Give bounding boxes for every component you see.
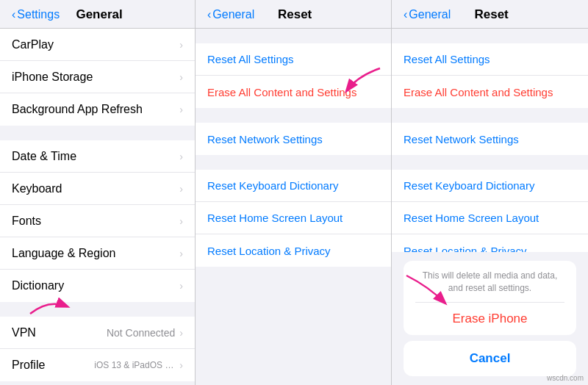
right-header: ‹ General Reset bbox=[392, 0, 588, 29]
left-item-datetime[interactable]: Date & Time › bbox=[0, 140, 195, 173]
mid-title: Reset bbox=[254, 7, 335, 22]
left-item-carplay[interactable]: CarPlay › bbox=[0, 29, 195, 61]
mid-chevron-icon: ‹ bbox=[207, 8, 211, 21]
mid-header: ‹ General Reset bbox=[196, 0, 391, 29]
mid-erase-all[interactable]: Erase All Content and Settings bbox=[196, 76, 391, 108]
spacer bbox=[0, 302, 195, 317]
spacer bbox=[392, 108, 588, 123]
left-item-bg-refresh[interactable]: Background App Refresh › bbox=[0, 93, 195, 126]
mid-reset-keyboard[interactable]: Reset Keyboard Dictionary bbox=[196, 170, 391, 202]
spacer bbox=[0, 126, 195, 140]
chevron-icon: › bbox=[179, 327, 183, 339]
mid-panel: ‹ General Reset Reset All Settings Erase… bbox=[196, 0, 392, 385]
left-back-label[interactable]: Settings bbox=[17, 8, 60, 21]
erase-iphone-button[interactable]: Erase iPhone bbox=[415, 302, 564, 335]
confirm-dialog: This will delete all media and data, and… bbox=[392, 252, 588, 385]
left-item-keyboard[interactable]: Keyboard › bbox=[0, 173, 195, 205]
right-back-button[interactable]: ‹ General bbox=[404, 8, 451, 21]
chevron-icon: › bbox=[179, 248, 183, 259]
left-panel: ‹ Settings General CarPlay › iPhone Stor… bbox=[0, 0, 196, 385]
right-reset-keyboard[interactable]: Reset Keyboard Dictionary bbox=[392, 170, 588, 202]
chevron-icon: › bbox=[179, 39, 183, 51]
spacer bbox=[0, 381, 195, 385]
mid-back-button[interactable]: ‹ General bbox=[207, 8, 254, 21]
chevron-icon: › bbox=[179, 151, 183, 162]
left-chevron-icon: ‹ bbox=[12, 8, 15, 21]
spacer bbox=[196, 29, 391, 43]
mid-reset-home[interactable]: Reset Home Screen Layout bbox=[196, 202, 391, 234]
mid-reset-location[interactable]: Reset Location & Privacy bbox=[196, 234, 391, 267]
chevron-icon: › bbox=[179, 183, 183, 195]
mid-reset-all-settings[interactable]: Reset All Settings bbox=[196, 43, 391, 76]
left-item-language[interactable]: Language & Region › bbox=[0, 237, 195, 270]
right-reset-all-settings[interactable]: Reset All Settings bbox=[392, 43, 588, 76]
watermark: wscdn.com bbox=[547, 374, 584, 382]
left-group-3: VPN Not Connected › Profile iOS 13 & iPa… bbox=[0, 317, 195, 381]
cancel-button[interactable]: Cancel bbox=[404, 341, 576, 376]
left-item-dictionary[interactable]: Dictionary › bbox=[0, 270, 195, 302]
mid-group-1: Reset All Settings Erase All Content and… bbox=[196, 43, 391, 108]
mid-group-2: Reset Network Settings bbox=[196, 123, 391, 155]
right-chevron-icon: ‹ bbox=[404, 8, 407, 21]
spacer bbox=[392, 155, 588, 170]
left-group-1: CarPlay › iPhone Storage › Background Ap… bbox=[0, 29, 195, 126]
spacer bbox=[196, 155, 391, 170]
left-item-profile[interactable]: Profile iOS 13 & iPadOS 13 Beta Software… bbox=[0, 349, 195, 381]
right-reset-home[interactable]: Reset Home Screen Layout bbox=[392, 202, 588, 234]
left-item-iphone-storage[interactable]: iPhone Storage › bbox=[0, 61, 195, 93]
left-back-button[interactable]: ‹ Settings bbox=[12, 8, 60, 21]
left-group-2: Date & Time › Keyboard › Fonts › Languag… bbox=[0, 140, 195, 302]
left-item-fonts[interactable]: Fonts › bbox=[0, 205, 195, 237]
chevron-icon: › bbox=[179, 215, 183, 227]
chevron-icon: › bbox=[179, 280, 183, 292]
right-erase-all[interactable]: Erase All Content and Settings bbox=[392, 76, 588, 108]
chevron-icon: › bbox=[179, 104, 183, 115]
mid-group-3: Reset Keyboard Dictionary Reset Home Scr… bbox=[196, 170, 391, 267]
right-reset-network[interactable]: Reset Network Settings bbox=[392, 123, 588, 155]
right-group-1: Reset All Settings Erase All Content and… bbox=[392, 43, 588, 108]
left-header: ‹ Settings General bbox=[0, 0, 195, 29]
dialog-box: This will delete all media and data, and… bbox=[404, 261, 576, 335]
mid-reset-network[interactable]: Reset Network Settings bbox=[196, 123, 391, 155]
spacer bbox=[196, 108, 391, 123]
chevron-icon: › bbox=[179, 359, 183, 371]
spacer bbox=[392, 29, 588, 43]
mid-back-label[interactable]: General bbox=[212, 8, 254, 21]
right-group-2: Reset Network Settings bbox=[392, 123, 588, 155]
right-back-label[interactable]: General bbox=[409, 8, 451, 21]
dialog-message: This will delete all media and data, and… bbox=[415, 270, 564, 295]
chevron-icon: › bbox=[179, 71, 183, 83]
left-item-vpn[interactable]: VPN Not Connected › bbox=[0, 317, 195, 349]
left-title: General bbox=[60, 7, 139, 22]
mid-list: Reset All Settings Erase All Content and… bbox=[196, 29, 391, 385]
right-title: Reset bbox=[451, 7, 532, 22]
left-settings-list: CarPlay › iPhone Storage › Background Ap… bbox=[0, 29, 195, 385]
right-panel: ‹ General Reset Reset All Settings Erase… bbox=[392, 0, 588, 385]
